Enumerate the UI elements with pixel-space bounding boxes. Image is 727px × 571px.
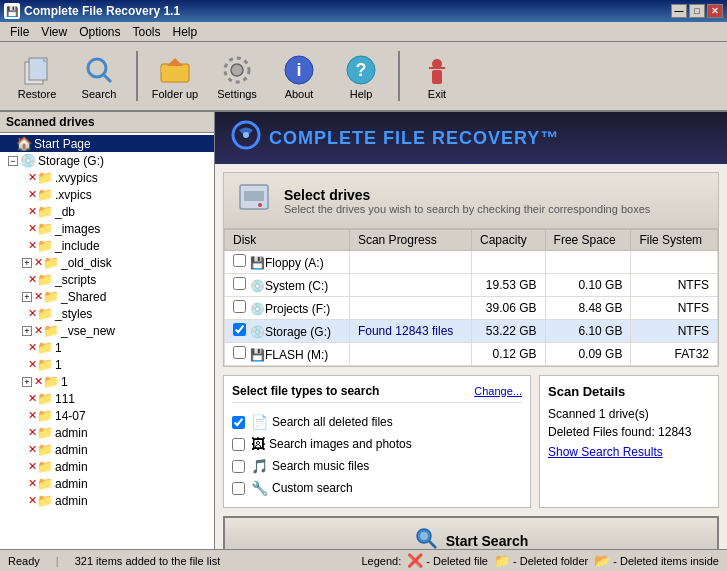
about-button[interactable]: i About <box>270 47 328 105</box>
sidebar-item-111[interactable]: ✕ 📁 111 <box>0 390 214 407</box>
menu-tools[interactable]: Tools <box>127 23 167 41</box>
show-search-results-link[interactable]: Show Search Results <box>548 445 710 459</box>
restore-button[interactable]: Restore <box>8 47 66 105</box>
menu-options[interactable]: Options <box>73 23 126 41</box>
sidebar-item-storage-g[interactable]: − 💿 Storage (G:) <box>0 152 214 169</box>
drive-capacity: 39.06 GB <box>472 297 546 320</box>
sidebar-item-old-disk[interactable]: + ✕ 📁 _old_disk <box>0 254 214 271</box>
sidebar-item-1c[interactable]: + ✕ 📁 1 <box>0 373 214 390</box>
minimize-button[interactable]: — <box>671 4 687 18</box>
table-row: 💿Projects (F:) 39.06 GB 8.48 GB NTFS <box>225 297 718 320</box>
drive-checkbox-f[interactable] <box>233 300 246 313</box>
expand-icon[interactable]: − <box>8 156 18 166</box>
drive-name: 💿System (C:) <box>225 274 350 297</box>
svg-text:i: i <box>296 60 301 80</box>
help-icon: ? <box>343 52 379 88</box>
sidebar-item-vse-new[interactable]: + ✕ 📁 _vse_new <box>0 322 214 339</box>
sidebar-header: Scanned drives <box>0 112 214 133</box>
sidebar-item-admin3[interactable]: ✕ 📁 admin <box>0 458 214 475</box>
app-title: Complete File Recovery 1.1 <box>24 4 671 18</box>
help-button[interactable]: ? Help <box>332 47 390 105</box>
change-link[interactable]: Change... <box>474 385 522 397</box>
folder-icon: 📁 <box>37 442 53 457</box>
col-filesystem: File System <box>631 230 718 251</box>
sidebar-item-1a[interactable]: ✕ 📁 1 <box>0 339 214 356</box>
sidebar-item-db[interactable]: ✕ 📁 _db <box>0 203 214 220</box>
sidebar-item-admin5[interactable]: ✕ 📁 admin <box>0 492 214 509</box>
items-added-text: 321 items added to the file list <box>75 555 221 567</box>
filetype-checkbox-music[interactable] <box>232 460 245 473</box>
folder-icon: 📁 <box>37 391 53 406</box>
sidebar-item-1b[interactable]: ✕ 📁 1 <box>0 356 214 373</box>
drive-name: 💾FLASH (M:) <box>225 343 350 366</box>
svg-point-3 <box>88 59 106 77</box>
exit-button[interactable]: Exit <box>408 47 466 105</box>
bottom-panels: Select file types to search Change... 📄 … <box>223 375 719 508</box>
drive-icon: 💾 <box>250 348 265 362</box>
start-search-button[interactable]: Start Search <box>223 516 719 549</box>
sidebar-item-styles[interactable]: ✕ 📁 _styles <box>0 305 214 322</box>
svg-rect-5 <box>161 64 189 82</box>
table-row: 💾Floppy (A:) <box>225 251 718 274</box>
filetype-icon-all: 📄 <box>251 414 268 430</box>
drive-fs: NTFS <box>631 320 718 343</box>
sidebar-item-shared[interactable]: + ✕ 📁 _Shared <box>0 288 214 305</box>
sidebar-item-include[interactable]: ✕ 📁 _include <box>0 237 214 254</box>
svg-point-8 <box>231 64 243 76</box>
drive-checkbox-m[interactable] <box>233 346 246 359</box>
menu-help[interactable]: Help <box>167 23 204 41</box>
filetype-checkbox-images[interactable] <box>232 438 245 451</box>
filetype-item-images: 🖼 Search images and photos <box>232 433 522 455</box>
drive-fs: NTFS <box>631 297 718 320</box>
folder-icon: 📁 <box>37 221 53 236</box>
scan-progress: Found 12843 files <box>349 320 471 343</box>
folder-icon: 📁 <box>37 187 53 202</box>
folder-up-button[interactable]: Folder up <box>146 47 204 105</box>
sidebar-item-start-page[interactable]: 🏠 Start Page <box>0 135 214 152</box>
search-button[interactable]: Search <box>70 47 128 105</box>
menu-view[interactable]: View <box>35 23 73 41</box>
col-disk: Disk <box>225 230 350 251</box>
svg-rect-20 <box>244 191 264 201</box>
drive-checkbox-c[interactable] <box>233 277 246 290</box>
sidebar-item-admin1[interactable]: ✕ 📁 admin <box>0 424 214 441</box>
sidebar-item-images[interactable]: ✕ 📁 _images <box>0 220 214 237</box>
maximize-button[interactable]: □ <box>689 4 705 18</box>
sidebar-tree[interactable]: 🏠 Start Page − 💿 Storage (G:) ✕ 📁 .xvypi… <box>0 133 214 549</box>
sidebar-item-xvypics[interactable]: ✕ 📁 .xvypics <box>0 169 214 186</box>
settings-button[interactable]: Settings <box>208 47 266 105</box>
scan-progress <box>349 297 471 320</box>
scan-details-title: Scan Details <box>548 384 710 399</box>
drive-capacity: 0.12 GB <box>472 343 546 366</box>
deleted-files-count: Deleted Files found: 12843 <box>548 425 710 439</box>
drive-checkbox-a[interactable] <box>233 254 246 267</box>
filetype-checkbox-all[interactable] <box>232 416 245 429</box>
expand-icon[interactable]: + <box>22 377 32 387</box>
scan-progress <box>349 343 471 366</box>
expand-icon[interactable]: + <box>22 326 32 336</box>
folder-icon: 📁 <box>37 272 53 287</box>
scan-details-panel: Scan Details Scanned 1 drive(s) Deleted … <box>539 375 719 508</box>
expand-icon[interactable]: + <box>22 258 32 268</box>
drives-header-text: Select drives Select the drives you wish… <box>284 187 650 215</box>
sidebar-item-admin2[interactable]: ✕ 📁 admin <box>0 441 214 458</box>
statusbar: Ready | 321 items added to the file list… <box>0 549 727 571</box>
close-button[interactable]: ✕ <box>707 4 723 18</box>
sidebar-item-scripts[interactable]: ✕ 📁 _scripts <box>0 271 214 288</box>
drive-checkbox-g[interactable] <box>233 323 246 336</box>
sidebar-item-14-07[interactable]: ✕ 📁 14-07 <box>0 407 214 424</box>
sidebar-item-xvpics[interactable]: ✕ 📁 .xvpics <box>0 186 214 203</box>
sidebar-item-admin4[interactable]: ✕ 📁 admin <box>0 475 214 492</box>
expand-icon[interactable]: + <box>22 292 32 302</box>
folder-icon: 📁 <box>37 459 53 474</box>
legend-item-deleted-inside: 📂 - Deleted items inside <box>594 553 719 568</box>
scan-progress <box>349 274 471 297</box>
scanned-drives: Scanned 1 drive(s) <box>548 407 710 421</box>
col-free-space: Free Space <box>545 230 631 251</box>
table-row: 💿System (C:) 19.53 GB 0.10 GB NTFS <box>225 274 718 297</box>
folder-icon: 📁 <box>37 238 53 253</box>
sidebar: Scanned drives 🏠 Start Page − 💿 Storage … <box>0 112 215 549</box>
menu-file[interactable]: File <box>4 23 35 41</box>
drives-section: Select drives Select the drives you wish… <box>223 172 719 367</box>
filetype-checkbox-custom[interactable] <box>232 482 245 495</box>
